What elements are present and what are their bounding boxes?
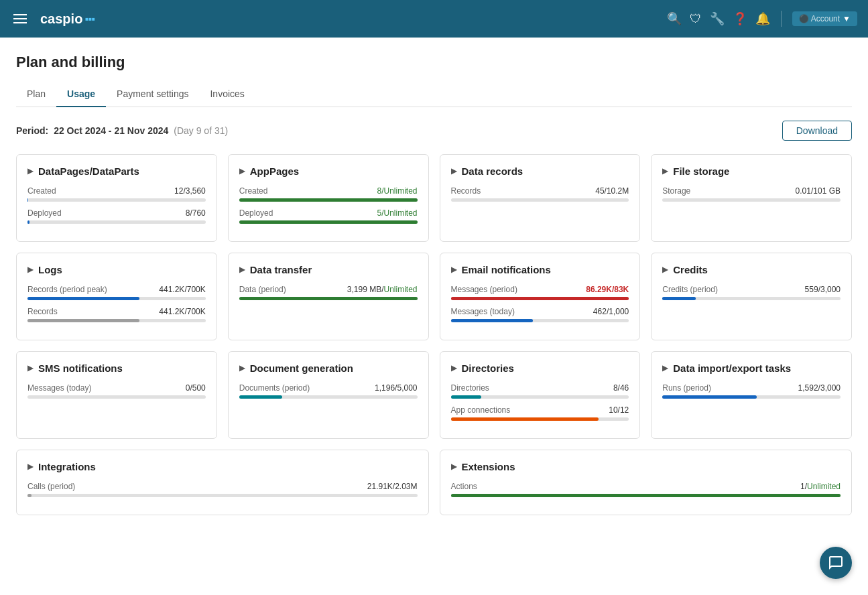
- period-bar: Period: 22 Oct 2024 - 21 Nov 2024 (Day 9…: [16, 121, 852, 141]
- card-directories: ▶ Directories Directories 8/46 App conne…: [440, 351, 641, 439]
- chevron-right-icon: ▶: [239, 364, 245, 373]
- tab-usage[interactable]: Usage: [56, 82, 106, 107]
- shield-icon[interactable]: 🛡: [690, 12, 702, 26]
- card-title-datarecords[interactable]: ▶ Data records: [451, 166, 629, 177]
- chat-fab-button[interactable]: [820, 547, 852, 579]
- tab-invoices[interactable]: Invoices: [199, 82, 255, 107]
- progress-importexport: [662, 395, 841, 399]
- metric-apppages-deployed: Deployed 5/Unlimited: [239, 208, 418, 224]
- metric-sms: Messages (today) 0/500: [27, 383, 206, 399]
- progress-appconnections: [451, 417, 629, 421]
- chevron-right-icon: ▶: [662, 167, 668, 176]
- chevron-right-icon: ▶: [27, 265, 33, 274]
- header-right: 🔍 🛡 🔧 ❓ 🔔 ⚫ Account ▼: [667, 11, 857, 27]
- chevron-right-icon: ▶: [451, 167, 456, 176]
- progress-logs-records: [27, 319, 206, 322]
- search-icon[interactable]: 🔍: [667, 11, 682, 26]
- card-sms: ▶ SMS notifications Messages (today) 0/5…: [16, 351, 217, 439]
- tab-payment[interactable]: Payment settings: [106, 82, 199, 107]
- cards-row-4: ▶ Integrations Calls (period) 21.91K/2.0…: [16, 450, 852, 515]
- metric-appconnections: App connections 10/12: [451, 405, 629, 421]
- tab-plan[interactable]: Plan: [16, 82, 56, 107]
- header-left: caspio ■■■: [11, 11, 95, 27]
- metric-credits: Credits (period) 559/3,000: [662, 285, 841, 300]
- card-title-credits[interactable]: ▶ Credits: [662, 264, 841, 275]
- page-title: Plan and billing: [16, 54, 852, 71]
- chevron-right-icon: ▶: [27, 364, 33, 373]
- chat-icon: [828, 555, 844, 571]
- period-text: Period: 22 Oct 2024 - 21 Nov 2024 (Day 9…: [16, 125, 228, 136]
- metric-datapages-created: Created 12/3,560: [27, 186, 206, 202]
- card-title-logs[interactable]: ▶ Logs: [27, 264, 206, 275]
- progress-logs-peak: [27, 297, 206, 300]
- card-apppages: ▶ AppPages Created 8/Unlimited Deployed …: [228, 154, 429, 242]
- progress-directories: [451, 395, 629, 399]
- user-name: ⚫ Account: [799, 14, 840, 23]
- card-importexport: ▶ Data import/export tasks Runs (period)…: [651, 351, 852, 439]
- metric-integrations: Calls (period) 21.91K/2.03M: [27, 482, 418, 497]
- card-title-directories[interactable]: ▶ Directories: [451, 362, 629, 374]
- chevron-right-icon: ▶: [451, 364, 456, 373]
- card-title-email[interactable]: ▶ Email notifications: [451, 264, 629, 275]
- progress-integrations: [27, 494, 418, 497]
- logo: caspio ■■■: [40, 11, 95, 27]
- card-title-importexport[interactable]: ▶ Data import/export tasks: [662, 362, 841, 374]
- tabs: Plan Usage Payment settings Invoices: [16, 82, 852, 107]
- metric-logs-peak: Records (period peak) 441.2K/700K: [27, 285, 206, 300]
- chevron-right-icon: ▶: [662, 265, 668, 274]
- progress-docgen: [239, 395, 418, 399]
- card-datapages: ▶ DataPages/DataParts Created 12/3,560 D…: [16, 154, 217, 242]
- metric-datapages-deployed: Deployed 8/760: [27, 208, 206, 224]
- help-icon[interactable]: ❓: [733, 11, 747, 26]
- chevron-right-icon: ▶: [451, 462, 456, 471]
- metric-logs-records: Records 441.2K/700K: [27, 307, 206, 322]
- metric-records: Records 45/10.2M: [451, 186, 629, 202]
- main-content: Plan and billing Plan Usage Payment sett…: [0, 38, 868, 595]
- card-filestorage: ▶ File storage Storage 0.01/101 GB: [651, 154, 852, 242]
- card-extensions: ▶ Extensions Actions 1/Unlimited: [440, 450, 853, 515]
- card-email: ▶ Email notifications Messages (period) …: [440, 253, 641, 340]
- progress-datatransfer: [239, 297, 418, 300]
- period-range: 22 Oct 2024 - 21 Nov 2024: [54, 125, 168, 136]
- progress-extensions: [451, 494, 841, 497]
- top-nav: caspio ■■■ 🔍 🛡 🔧 ❓ 🔔 ⚫ Account ▼: [0, 0, 868, 38]
- chevron-right-icon: ▶: [239, 167, 245, 176]
- card-docgen: ▶ Document generation Documents (period)…: [228, 351, 429, 439]
- chevron-right-icon: ▶: [451, 265, 456, 274]
- header-divider: [781, 11, 782, 27]
- progress-records: [451, 198, 629, 202]
- cards-row-1: ▶ DataPages/DataParts Created 12/3,560 D…: [16, 154, 852, 242]
- card-title-apppages[interactable]: ▶ AppPages: [239, 166, 418, 177]
- card-title-sms[interactable]: ▶ SMS notifications: [27, 362, 206, 374]
- card-title-extensions[interactable]: ▶ Extensions: [451, 461, 841, 472]
- card-title-docgen[interactable]: ▶ Document generation: [239, 362, 418, 374]
- chevron-down-icon: ▼: [843, 14, 851, 23]
- metric-directories: Directories 8/46: [451, 383, 629, 399]
- download-button[interactable]: Download: [782, 121, 852, 141]
- progress-apppages-created: [239, 198, 418, 202]
- bell-icon[interactable]: 🔔: [755, 11, 770, 26]
- card-title-datatransfer[interactable]: ▶ Data transfer: [239, 264, 418, 275]
- wrench-icon[interactable]: 🔧: [710, 11, 725, 26]
- user-menu[interactable]: ⚫ Account ▼: [792, 11, 857, 26]
- card-title-integrations[interactable]: ▶ Integrations: [27, 461, 418, 472]
- progress-email-today: [451, 319, 629, 322]
- chevron-right-icon: ▶: [27, 167, 33, 176]
- chevron-right-icon: ▶: [239, 265, 245, 274]
- cards-row-2: ▶ Logs Records (period peak) 441.2K/700K…: [16, 253, 852, 340]
- progress-credits: [662, 297, 841, 300]
- metric-email-period: Messages (period) 86.29K/83K: [451, 285, 629, 300]
- metric-docgen: Documents (period) 1,196/5,000: [239, 383, 418, 399]
- hamburger-menu[interactable]: [11, 11, 29, 26]
- progress-datapages-deployed: [27, 220, 206, 224]
- card-title-datapages[interactable]: ▶ DataPages/DataParts: [27, 166, 206, 177]
- metric-email-today: Messages (today) 462/1,000: [451, 307, 629, 322]
- progress-storage: [662, 198, 841, 202]
- card-datarecords: ▶ Data records Records 45/10.2M: [440, 154, 641, 242]
- metric-extensions: Actions 1/Unlimited: [451, 482, 841, 497]
- metric-importexport: Runs (period) 1,592/3,000: [662, 383, 841, 399]
- card-logs: ▶ Logs Records (period peak) 441.2K/700K…: [16, 253, 217, 340]
- chevron-right-icon: ▶: [27, 462, 33, 471]
- card-title-filestorage[interactable]: ▶ File storage: [662, 166, 841, 177]
- progress-email-period: [451, 297, 629, 300]
